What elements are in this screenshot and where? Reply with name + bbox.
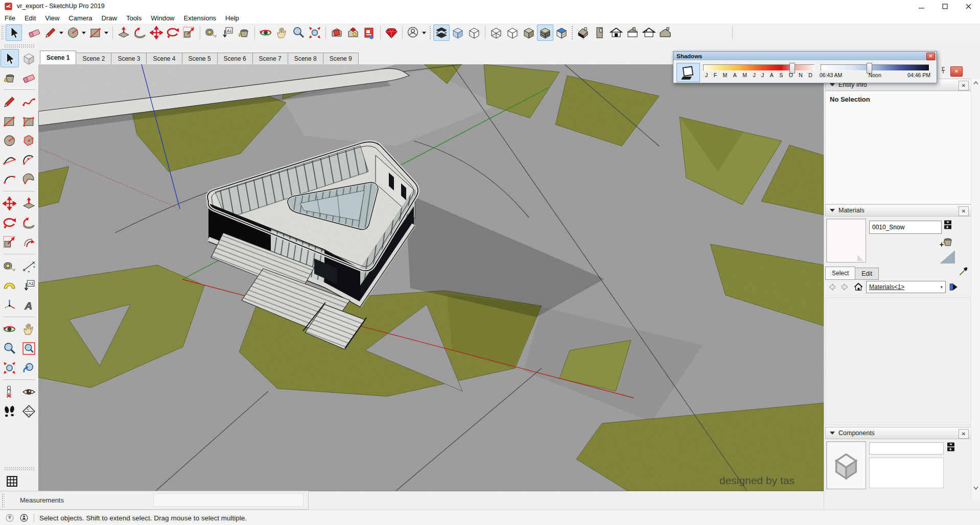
shadows-toggle-button[interactable]	[433, 25, 450, 41]
arc-tool-button[interactable]	[65, 25, 81, 41]
component-description-field[interactable]	[869, 458, 944, 488]
palette-rotated-rectangle-button[interactable]	[20, 112, 38, 130]
tab-scene-1[interactable]: Scene 1	[40, 51, 76, 64]
palette-zoom-button[interactable]	[1, 339, 19, 357]
palette-dimension-button[interactable]	[20, 257, 38, 275]
palette-axes-button[interactable]	[1, 296, 19, 314]
menu-camera[interactable]: Camera	[64, 14, 97, 22]
view-back-button[interactable]	[624, 25, 641, 41]
credits-icon[interactable]	[19, 513, 29, 522]
grid-toolbar-handle[interactable]	[4, 467, 34, 471]
palette-make-component-button[interactable]	[20, 49, 38, 67]
eraser-button[interactable]	[26, 25, 42, 41]
shadows-dialog[interactable]: Shadows ✕ JFMAMJJASOND 06:43 AM Noon 04:…	[673, 51, 937, 83]
palette-follow-me-button[interactable]	[20, 213, 38, 232]
palette-previous-view-button[interactable]	[20, 359, 38, 377]
orbit-button[interactable]	[258, 25, 274, 41]
account-dropdown-arrow[interactable]	[422, 32, 426, 34]
zoom-extents-button[interactable]	[307, 25, 323, 41]
materials-tab-edit[interactable]: Edit	[855, 268, 879, 280]
component-preview[interactable]	[826, 441, 866, 489]
push-pull-button[interactable]	[115, 25, 132, 41]
toolbar-handle[interactable]	[1, 26, 4, 40]
components-header[interactable]: Components ✕	[825, 427, 971, 439]
palette-orbit-button[interactable]	[1, 320, 19, 338]
shadows-dialog-titlebar[interactable]: Shadows ✕	[673, 52, 937, 60]
sample-paint-eyedropper[interactable]	[958, 266, 969, 279]
tab-scene-4[interactable]: Scene 4	[146, 53, 182, 64]
palette-text-button[interactable]	[20, 276, 38, 295]
scroll-up-icon[interactable]	[971, 79, 980, 87]
paint-bucket-button[interactable]	[236, 25, 252, 41]
materials-secondary-pane-button[interactable]	[943, 219, 953, 232]
component-name-input[interactable]	[869, 442, 944, 455]
components-secondary-pane-button[interactable]	[946, 441, 956, 455]
palette-section-plane-button[interactable]	[20, 402, 38, 420]
palette-handle[interactable]	[4, 44, 34, 48]
in-model-home-button[interactable]	[853, 281, 864, 293]
materials-details-button[interactable]	[948, 281, 959, 293]
geolocation-icon[interactable]	[5, 513, 14, 522]
tab-scene-5[interactable]: Scene 5	[182, 53, 218, 64]
shaded-style-button[interactable]	[521, 25, 537, 41]
materials-close-button[interactable]: ✕	[959, 206, 969, 216]
line-dropdown-arrow[interactable]	[59, 32, 63, 34]
material-preview[interactable]	[826, 219, 866, 262]
maximize-button[interactable]	[933, 0, 956, 12]
tray-scrollbar[interactable]	[971, 79, 980, 500]
extension-warehouse-button[interactable]	[345, 25, 361, 41]
tab-scene-8[interactable]: Scene 8	[288, 53, 323, 64]
line-tool-button[interactable]	[42, 25, 59, 41]
palette-tape-measure-button[interactable]	[1, 257, 19, 275]
palette-position-camera-button[interactable]	[1, 383, 19, 401]
tab-scene-6[interactable]: Scene 6	[217, 53, 253, 64]
palette-arc-button[interactable]	[1, 151, 19, 169]
view-front-button[interactable]	[608, 25, 624, 41]
palette-paint-bucket-button[interactable]	[1, 68, 19, 87]
zoom-button[interactable]	[290, 25, 307, 41]
arc-dropdown-arrow[interactable]	[82, 32, 86, 34]
create-material-button[interactable]	[941, 235, 954, 250]
palette-zoom-extents-button[interactable]	[1, 359, 19, 377]
tray-pin-icon[interactable]	[938, 66, 948, 76]
menu-help[interactable]: Help	[221, 14, 244, 22]
text-tool-button[interactable]	[219, 25, 236, 41]
minimize-button[interactable]	[909, 0, 933, 12]
palette-move-button[interactable]	[1, 194, 19, 212]
monochrome-style-button[interactable]	[553, 25, 570, 41]
palette-two-point-arc-button[interactable]	[20, 151, 38, 169]
pan-button[interactable]	[274, 25, 290, 41]
3d-warehouse-button[interactable]	[329, 25, 345, 41]
menu-tools[interactable]: Tools	[122, 14, 146, 22]
tab-scene-9[interactable]: Scene 9	[323, 53, 359, 64]
material-name-input[interactable]	[869, 221, 942, 234]
wireframe-style-button[interactable]	[488, 25, 504, 41]
tab-scene-2[interactable]: Scene 2	[76, 53, 111, 64]
palette-offset-button[interactable]	[20, 233, 38, 251]
palette-select-button[interactable]	[1, 49, 19, 67]
palette-eraser-button[interactable]	[20, 68, 38, 87]
follow-me-button[interactable]	[132, 25, 148, 41]
scroll-down-icon[interactable]	[971, 484, 980, 492]
shadow-date-slider[interactable]	[703, 64, 814, 71]
view-iso-button[interactable]	[575, 25, 592, 41]
palette-3d-text-button[interactable]	[20, 296, 38, 314]
palette-three-point-arc-button[interactable]	[1, 170, 19, 188]
shadow-time-slider[interactable]	[821, 64, 929, 71]
view-right-button[interactable]	[657, 25, 673, 41]
components-close-button[interactable]: ✕	[959, 429, 969, 439]
show-shadows-toggle[interactable]	[676, 63, 700, 82]
model-viewport[interactable]: designed by tas	[38, 64, 824, 491]
tab-scene-3[interactable]: Scene 3	[111, 53, 147, 64]
ruby-console-button[interactable]	[383, 25, 400, 41]
menu-extensions[interactable]: Extensions	[179, 14, 221, 22]
palette-look-around-button[interactable]	[20, 383, 38, 401]
measurements-handle[interactable]	[2, 493, 5, 508]
tape-measure-button[interactable]	[203, 25, 219, 41]
move-button[interactable]	[148, 25, 165, 41]
scale-button[interactable]	[181, 25, 197, 41]
shadows-dialog-close-button[interactable]: ✕	[926, 53, 935, 60]
send-to-layout-button[interactable]	[361, 25, 378, 41]
menu-file[interactable]: File	[0, 14, 20, 22]
sample-paint-swatch[interactable]	[940, 250, 955, 264]
